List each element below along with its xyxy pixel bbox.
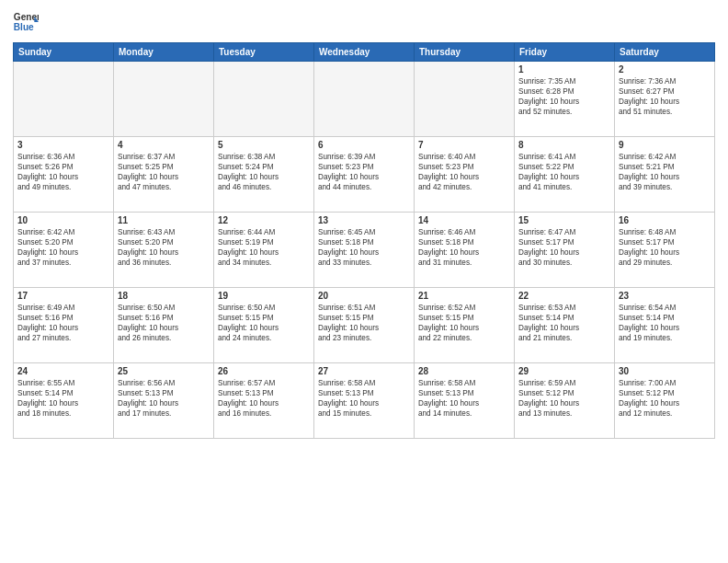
day-number: 11 — [118, 215, 210, 225]
calendar-week-4: 24Sunrise: 6:55 AMSunset: 5:14 PMDayligh… — [14, 363, 715, 439]
calendar-cell: 16Sunrise: 6:48 AMSunset: 5:17 PMDayligh… — [615, 213, 715, 288]
calendar-header-monday: Monday — [114, 43, 214, 62]
day-number: 23 — [619, 291, 711, 301]
calendar-cell: 30Sunrise: 7:00 AMSunset: 5:12 PMDayligh… — [615, 363, 715, 439]
day-info: Sunrise: 6:44 AMSunset: 5:19 PMDaylight:… — [218, 227, 310, 268]
logo-icon: General Blue — [13, 9, 39, 35]
logo: General Blue — [13, 9, 39, 35]
day-number: 12 — [218, 215, 310, 225]
day-number: 25 — [118, 366, 210, 376]
day-info: Sunrise: 6:42 AMSunset: 5:21 PMDaylight:… — [619, 152, 711, 192]
day-info: Sunrise: 6:59 AMSunset: 5:12 PMDaylight:… — [518, 378, 610, 419]
day-number: 28 — [418, 366, 510, 376]
day-info: Sunrise: 6:39 AMSunset: 5:23 PMDaylight:… — [318, 152, 410, 192]
day-info: Sunrise: 6:46 AMSunset: 5:18 PMDaylight:… — [418, 227, 510, 268]
calendar-cell: 27Sunrise: 6:58 AMSunset: 5:13 PMDayligh… — [314, 363, 415, 439]
day-number: 14 — [418, 215, 510, 225]
day-number: 10 — [17, 215, 109, 225]
day-info: Sunrise: 6:49 AMSunset: 5:16 PMDaylight:… — [17, 303, 109, 343]
day-number: 8 — [518, 140, 610, 150]
day-info: Sunrise: 7:36 AMSunset: 6:27 PMDaylight:… — [619, 76, 711, 117]
day-number: 13 — [318, 215, 410, 225]
calendar-cell: 29Sunrise: 6:59 AMSunset: 5:12 PMDayligh… — [515, 363, 615, 439]
calendar-cell: 12Sunrise: 6:44 AMSunset: 5:19 PMDayligh… — [214, 213, 314, 288]
day-info: Sunrise: 6:47 AMSunset: 5:17 PMDaylight:… — [518, 227, 610, 268]
calendar-cell: 24Sunrise: 6:55 AMSunset: 5:14 PMDayligh… — [14, 363, 114, 439]
day-number: 27 — [318, 366, 410, 376]
calendar-table: SundayMondayTuesdayWednesdayThursdayFrid… — [13, 42, 715, 439]
calendar-header-saturday: Saturday — [615, 43, 715, 62]
day-info: Sunrise: 6:52 AMSunset: 5:15 PMDaylight:… — [418, 303, 510, 343]
calendar-cell: 19Sunrise: 6:50 AMSunset: 5:15 PMDayligh… — [214, 288, 314, 363]
calendar-cell — [214, 62, 314, 137]
calendar-cell: 28Sunrise: 6:58 AMSunset: 5:13 PMDayligh… — [415, 363, 515, 439]
calendar-cell: 14Sunrise: 6:46 AMSunset: 5:18 PMDayligh… — [415, 213, 515, 288]
day-info: Sunrise: 6:38 AMSunset: 5:24 PMDaylight:… — [218, 152, 310, 192]
day-info: Sunrise: 6:42 AMSunset: 5:20 PMDaylight:… — [17, 227, 109, 268]
calendar-cell: 4Sunrise: 6:37 AMSunset: 5:25 PMDaylight… — [114, 137, 214, 213]
day-number: 20 — [318, 291, 410, 301]
day-number: 22 — [518, 291, 610, 301]
calendar-cell: 26Sunrise: 6:57 AMSunset: 5:13 PMDayligh… — [214, 363, 314, 439]
calendar-header-wednesday: Wednesday — [314, 43, 415, 62]
calendar-cell: 23Sunrise: 6:54 AMSunset: 5:14 PMDayligh… — [615, 288, 715, 363]
day-info: Sunrise: 6:48 AMSunset: 5:17 PMDaylight:… — [619, 227, 711, 268]
day-number: 19 — [218, 291, 310, 301]
day-number: 5 — [218, 140, 310, 150]
header: General Blue — [13, 9, 715, 35]
svg-text:Blue: Blue — [14, 22, 34, 32]
day-info: Sunrise: 6:50 AMSunset: 5:16 PMDaylight:… — [118, 303, 210, 343]
calendar-week-1: 3Sunrise: 6:36 AMSunset: 5:26 PMDaylight… — [14, 137, 715, 213]
calendar-header-tuesday: Tuesday — [214, 43, 314, 62]
calendar-cell: 22Sunrise: 6:53 AMSunset: 5:14 PMDayligh… — [515, 288, 615, 363]
day-number: 1 — [518, 64, 610, 75]
day-info: Sunrise: 6:56 AMSunset: 5:13 PMDaylight:… — [118, 378, 210, 419]
calendar-cell: 2Sunrise: 7:36 AMSunset: 6:27 PMDaylight… — [615, 62, 715, 137]
day-number: 26 — [218, 366, 310, 376]
calendar-header-friday: Friday — [515, 43, 615, 62]
day-number: 6 — [318, 140, 410, 150]
day-number: 9 — [619, 140, 711, 150]
day-info: Sunrise: 6:58 AMSunset: 5:13 PMDaylight:… — [418, 378, 510, 419]
calendar-cell: 17Sunrise: 6:49 AMSunset: 5:16 PMDayligh… — [14, 288, 114, 363]
day-info: Sunrise: 6:53 AMSunset: 5:14 PMDaylight:… — [518, 303, 610, 343]
calendar-cell: 21Sunrise: 6:52 AMSunset: 5:15 PMDayligh… — [415, 288, 515, 363]
day-number: 16 — [619, 215, 711, 225]
day-number: 30 — [619, 366, 711, 376]
day-info: Sunrise: 7:35 AMSunset: 6:28 PMDaylight:… — [518, 76, 610, 117]
calendar-cell: 10Sunrise: 6:42 AMSunset: 5:20 PMDayligh… — [14, 213, 114, 288]
day-number: 21 — [418, 291, 510, 301]
calendar-cell — [14, 62, 114, 137]
day-number: 17 — [17, 291, 109, 301]
day-info: Sunrise: 6:55 AMSunset: 5:14 PMDaylight:… — [17, 378, 109, 419]
calendar-cell: 1Sunrise: 7:35 AMSunset: 6:28 PMDaylight… — [515, 62, 615, 137]
calendar-header-sunday: Sunday — [14, 43, 114, 62]
day-info: Sunrise: 6:58 AMSunset: 5:13 PMDaylight:… — [318, 378, 410, 419]
day-info: Sunrise: 6:57 AMSunset: 5:13 PMDaylight:… — [218, 378, 310, 419]
day-number: 18 — [118, 291, 210, 301]
calendar-cell: 25Sunrise: 6:56 AMSunset: 5:13 PMDayligh… — [114, 363, 214, 439]
calendar-cell — [415, 62, 515, 137]
calendar-cell: 6Sunrise: 6:39 AMSunset: 5:23 PMDaylight… — [314, 137, 415, 213]
day-info: Sunrise: 6:36 AMSunset: 5:26 PMDaylight:… — [17, 152, 109, 192]
day-number: 2 — [619, 64, 711, 75]
day-info: Sunrise: 6:50 AMSunset: 5:15 PMDaylight:… — [218, 303, 310, 343]
calendar-cell: 20Sunrise: 6:51 AMSunset: 5:15 PMDayligh… — [314, 288, 415, 363]
day-info: Sunrise: 6:51 AMSunset: 5:15 PMDaylight:… — [318, 303, 410, 343]
calendar-header-thursday: Thursday — [415, 43, 515, 62]
day-number: 3 — [17, 140, 109, 150]
calendar-cell: 13Sunrise: 6:45 AMSunset: 5:18 PMDayligh… — [314, 213, 415, 288]
day-number: 4 — [118, 140, 210, 150]
calendar-week-0: 1Sunrise: 7:35 AMSunset: 6:28 PMDaylight… — [14, 62, 715, 137]
calendar-cell: 11Sunrise: 6:43 AMSunset: 5:20 PMDayligh… — [114, 213, 214, 288]
calendar-cell: 8Sunrise: 6:41 AMSunset: 5:22 PMDaylight… — [515, 137, 615, 213]
calendar-cell — [114, 62, 214, 137]
page: General Blue SundayMondayTuesdayWednesda… — [0, 0, 728, 563]
calendar-cell: 18Sunrise: 6:50 AMSunset: 5:16 PMDayligh… — [114, 288, 214, 363]
day-number: 7 — [418, 140, 510, 150]
calendar-cell — [314, 62, 415, 137]
day-number: 29 — [518, 366, 610, 376]
day-info: Sunrise: 6:54 AMSunset: 5:14 PMDaylight:… — [619, 303, 711, 343]
day-number: 24 — [17, 366, 109, 376]
calendar-cell: 5Sunrise: 6:38 AMSunset: 5:24 PMDaylight… — [214, 137, 314, 213]
